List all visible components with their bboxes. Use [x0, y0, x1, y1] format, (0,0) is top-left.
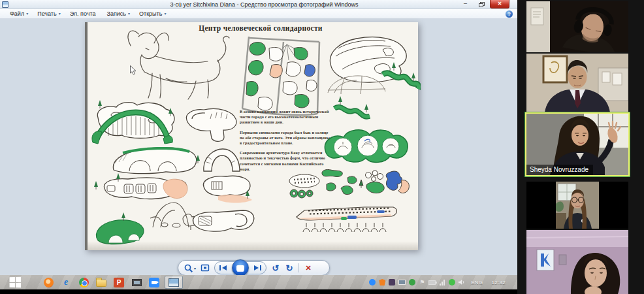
restore-button[interactable]	[474, 0, 490, 8]
chevron-down-icon: ▾	[26, 12, 28, 16]
participant-2-video	[526, 54, 628, 112]
rotate-right-button[interactable]: ↻	[285, 261, 294, 274]
taskbar-photo-viewer-active[interactable]	[165, 276, 183, 289]
menu-burn[interactable]: Запись▾	[102, 9, 135, 18]
rounded-building-sketch	[203, 176, 252, 203]
actual-size-icon	[201, 264, 210, 272]
drawing-description: В основе концепции лежит связь историчес…	[240, 109, 332, 176]
taskbar-chrome-icon[interactable]	[76, 276, 91, 289]
taskbar-file-explorer-icon[interactable]	[94, 276, 108, 289]
arch-bridge-sketch	[92, 100, 174, 144]
taskbar-media-app-icon[interactable]	[129, 276, 144, 289]
screen: 3-cü yer Sitchixina Diana - Средство про…	[0, 0, 644, 294]
participant-1-video	[526, 1, 628, 52]
photo-viewer-icon	[169, 278, 179, 287]
bull-sketch	[128, 31, 229, 99]
tray-sync-icon[interactable]	[449, 279, 455, 286]
tray-battery-icon[interactable]	[428, 280, 436, 285]
restore-icon	[479, 2, 485, 7]
participant-video-2[interactable]	[526, 54, 628, 112]
bottom-building-sketch	[193, 210, 253, 231]
minimize-button[interactable]: –	[457, 0, 474, 8]
previous-button[interactable]	[219, 261, 228, 274]
tray-graphics-icon[interactable]	[389, 279, 395, 286]
menubar: Файл▾ Печать▾ Эл. почта Запись▾ Открыть▾…	[0, 9, 517, 19]
tent-sketch	[150, 203, 197, 230]
participant-5-video	[526, 230, 628, 294]
participant-4-video	[526, 182, 628, 229]
chevron-down-icon: ▾	[59, 12, 61, 16]
tray-network-icon[interactable]	[439, 280, 445, 286]
clock[interactable]: 12:32	[489, 280, 508, 286]
peach-building-sketch	[94, 173, 187, 199]
paragraph: Первыми символами города был бык и солнц…	[240, 130, 332, 146]
chevron-down-icon: ▾	[128, 12, 130, 16]
actual-size-button[interactable]	[201, 261, 210, 274]
taskbar-powerpoint-icon[interactable]: P	[112, 276, 126, 289]
slideshow-icon	[236, 265, 244, 271]
system-tray: ⚑ ENG 12:32	[369, 279, 512, 286]
taskbar: e P ⚑ ENG 12:32	[0, 275, 517, 289]
menu-open[interactable]: Открыть▾	[135, 9, 170, 18]
photo: Центр человеческой солидарности В основе…	[85, 22, 418, 250]
taskbar-browser-orange-icon[interactable]	[41, 276, 56, 289]
green-hill-sketch	[96, 212, 143, 244]
hill-building-sketch	[113, 148, 200, 174]
window-title: 3-cü yer Sitchixina Diana - Средство про…	[11, 1, 517, 8]
help-icon[interactable]: ?	[506, 10, 513, 18]
double-arch-sketch	[204, 149, 240, 171]
paragraph: Современная архитектура Баку отличается …	[240, 150, 332, 172]
tray-updates-icon[interactable]	[409, 279, 415, 286]
magnifier-icon	[184, 264, 193, 272]
menu-print[interactable]: Печать▾	[33, 9, 65, 18]
paragraph: В основе концепции лежит связь историчес…	[240, 109, 332, 125]
navigation-group	[214, 261, 266, 274]
zoom-button[interactable]: ▾	[184, 261, 196, 274]
taskbar-zoom-icon[interactable]	[147, 276, 161, 289]
participant-video-5[interactable]	[526, 230, 628, 294]
next-button[interactable]	[253, 261, 262, 274]
tray-antivirus-icon[interactable]	[379, 279, 385, 286]
chevron-down-icon: ▾	[194, 266, 196, 270]
participant-video-3[interactable]: Sheyda Novruzzade	[526, 114, 628, 175]
long-building-sketch	[297, 207, 396, 232]
delete-button[interactable]: ✕	[304, 261, 313, 274]
participant-video-1[interactable]	[526, 1, 628, 52]
previous-icon	[219, 265, 228, 271]
language-indicator[interactable]: ENG	[468, 280, 485, 286]
tray-flag-icon[interactable]: ⚑	[419, 279, 425, 286]
participant-name-label: Sheyda Novruzzade	[526, 165, 593, 175]
chevron-down-icon: ▾	[164, 12, 166, 16]
drawing-title: Центр человеческой солидарности	[191, 24, 330, 32]
start-button[interactable]	[10, 277, 21, 288]
tray-display-icon[interactable]	[398, 280, 406, 285]
tray-volume-icon[interactable]	[459, 279, 465, 286]
tray-zoom-icon[interactable]	[369, 279, 376, 286]
menu-file[interactable]: Файл▾	[5, 9, 33, 18]
slideshow-button[interactable]	[232, 259, 249, 275]
viewer-content: Центр человеческой солидарности В основе…	[0, 20, 517, 275]
next-icon	[253, 265, 262, 271]
curved-building-sketch	[186, 108, 236, 141]
viewer-toolbar: ▾ ↺ ↻ ✕	[178, 260, 330, 275]
green-circles-sketch	[325, 130, 408, 163]
menu-email[interactable]: Эл. почта	[65, 9, 103, 18]
titlebar: 3-cü yer Sitchixina Diana - Средство про…	[0, 0, 517, 9]
photo-viewer-window: 3-cü yer Sitchixina Diana - Средство про…	[0, 0, 517, 275]
toolbar-divider	[298, 263, 299, 272]
video-call-sidebar: Sheyda Novruzzade	[517, 0, 644, 294]
mouse-cursor	[130, 65, 137, 75]
participant-video-4[interactable]	[526, 182, 628, 229]
close-button[interactable]: ✕	[490, 0, 509, 8]
rotate-left-button[interactable]: ↺	[271, 261, 280, 274]
site-plan-sketch	[242, 37, 319, 115]
photo-viewer-app-icon	[2, 1, 8, 8]
taskbar-internet-explorer-icon[interactable]: e	[59, 276, 73, 289]
